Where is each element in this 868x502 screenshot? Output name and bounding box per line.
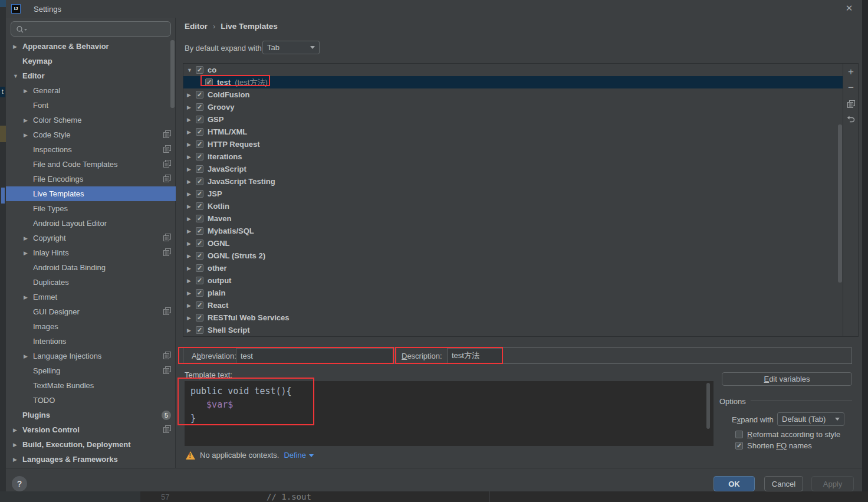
template-group-plain[interactable]: ▶plain xyxy=(183,287,843,299)
ok-button[interactable]: OK xyxy=(714,476,755,491)
chevron-collapsed-icon[interactable]: ▶ xyxy=(187,278,196,284)
chevron-expanded-icon[interactable]: ▼ xyxy=(13,73,22,79)
template-group-co[interactable]: ▼co xyxy=(183,64,843,76)
chevron-collapsed-icon[interactable]: ▶ xyxy=(187,253,196,259)
sidebar-item-textmate-bundles[interactable]: TextMate Bundles xyxy=(6,378,176,393)
editor-scrollbar-thumb[interactable] xyxy=(706,383,710,429)
chevron-collapsed-icon[interactable]: ▶ xyxy=(187,166,196,172)
add-icon[interactable]: + xyxy=(846,67,856,77)
template-group-gsp[interactable]: ▶GSP xyxy=(183,113,843,126)
sidebar-item-inspections[interactable]: Inspections xyxy=(6,142,176,157)
template-enabled-checkbox[interactable] xyxy=(196,178,203,185)
template-enabled-checkbox[interactable] xyxy=(196,252,203,260)
sidebar-item-plugins[interactable]: Plugins5 xyxy=(6,408,176,422)
template-enabled-checkbox[interactable] xyxy=(196,215,203,222)
shorten-fq-names-checkbox[interactable] xyxy=(735,442,743,449)
chevron-collapsed-icon[interactable]: ▶ xyxy=(187,129,196,135)
template-enabled-checkbox[interactable] xyxy=(196,140,203,148)
chevron-collapsed-icon[interactable]: ▶ xyxy=(24,250,33,256)
template-group-http-request[interactable]: ▶HTTP Request xyxy=(183,138,843,150)
sidebar-item-general[interactable]: ▶General xyxy=(6,83,176,98)
template-enabled-checkbox[interactable] xyxy=(196,116,203,123)
sidebar-item-gui-designer[interactable]: GUI Designer xyxy=(6,304,176,319)
template-group-html-xml[interactable]: ▶HTML/XML xyxy=(183,126,843,138)
chevron-collapsed-icon[interactable]: ▶ xyxy=(187,179,196,185)
settings-search-box[interactable] xyxy=(11,21,171,37)
sidebar-item-inlay-hints[interactable]: ▶Inlay Hints xyxy=(6,245,176,260)
template-group-react[interactable]: ▶React xyxy=(183,299,843,311)
sidebar-item-languages-frameworks[interactable]: ▶Languages & Frameworks xyxy=(6,452,176,467)
sidebar-item-file-encodings[interactable]: File Encodings xyxy=(6,172,176,186)
chevron-collapsed-icon[interactable]: ▶ xyxy=(24,88,33,94)
template-group-ognl-struts-2[interactable]: ▶OGNL (Struts 2) xyxy=(183,250,843,262)
sidebar-item-font[interactable]: Font xyxy=(6,98,176,113)
breadcrumb-editor[interactable]: Editor xyxy=(185,22,208,31)
template-enabled-checkbox[interactable] xyxy=(196,239,203,247)
chevron-collapsed-icon[interactable]: ▶ xyxy=(187,104,196,110)
template-group-javascript[interactable]: ▶JavaScript xyxy=(183,163,843,175)
template-enabled-checkbox[interactable] xyxy=(196,153,203,160)
sidebar-item-color-scheme[interactable]: ▶Color Scheme xyxy=(6,113,176,127)
sidebar-item-images[interactable]: Images xyxy=(6,319,176,334)
chevron-collapsed-icon[interactable]: ▶ xyxy=(24,117,33,123)
sidebar-item-code-style[interactable]: ▶Code Style xyxy=(6,127,176,142)
template-enabled-checkbox[interactable] xyxy=(196,66,203,74)
template-enabled-checkbox[interactable] xyxy=(196,165,203,173)
template-group-jsp[interactable]: ▶JSP xyxy=(183,188,843,200)
apply-button[interactable]: Apply xyxy=(811,476,854,491)
sidebar-item-intentions[interactable]: Intentions xyxy=(6,334,176,349)
sidebar-item-duplicates[interactable]: Duplicates xyxy=(6,275,176,290)
chevron-collapsed-icon[interactable]: ▶ xyxy=(13,44,22,50)
chevron-collapsed-icon[interactable]: ▶ xyxy=(187,117,196,123)
sidebar-item-appearance-behavior[interactable]: ▶Appearance & Behavior xyxy=(6,39,176,54)
edit-variables-button[interactable]: Edit variables xyxy=(722,372,852,386)
chevron-collapsed-icon[interactable]: ▶ xyxy=(13,427,22,433)
template-enabled-checkbox[interactable] xyxy=(196,128,203,136)
help-button[interactable]: ? xyxy=(12,476,27,491)
template-enabled-checkbox[interactable] xyxy=(196,190,203,198)
template-enabled-checkbox[interactable] xyxy=(196,227,203,235)
template-group-kotlin[interactable]: ▶Kotlin xyxy=(183,200,843,212)
revert-icon[interactable] xyxy=(846,114,856,125)
chevron-collapsed-icon[interactable]: ▶ xyxy=(187,142,196,147)
template-enabled-checkbox[interactable] xyxy=(196,202,203,210)
chevron-expanded-icon[interactable]: ▼ xyxy=(187,67,196,73)
default-expand-select[interactable]: Tab xyxy=(262,41,320,54)
sidebar-item-android-data-binding[interactable]: Android Data Binding xyxy=(6,260,176,275)
template-enabled-checkbox[interactable] xyxy=(196,289,203,297)
reformat-according-to-style-checkbox[interactable] xyxy=(735,431,743,438)
close-icon[interactable]: ✕ xyxy=(844,3,854,14)
template-enabled-checkbox[interactable] xyxy=(196,264,203,272)
sidebar-item-todo[interactable]: TODO xyxy=(6,393,176,408)
sidebar-item-file-and-code-templates[interactable]: File and Code Templates xyxy=(6,157,176,172)
sidebar-item-language-injections[interactable]: ▶Language Injections xyxy=(6,349,176,363)
template-group-mybatis-sql[interactable]: ▶Mybatis/SQL xyxy=(183,225,843,237)
template-group-ognl[interactable]: ▶OGNL xyxy=(183,237,843,250)
chevron-collapsed-icon[interactable]: ▶ xyxy=(24,353,33,359)
expand-with-select[interactable]: Default (Tab) xyxy=(777,412,844,426)
template-group-restful-web-services[interactable]: ▶RESTful Web Services xyxy=(183,311,843,324)
template-group-iterations[interactable]: ▶iterations xyxy=(183,150,843,163)
tree-scrollbar-thumb[interactable] xyxy=(838,124,842,283)
chevron-collapsed-icon[interactable]: ▶ xyxy=(187,265,196,271)
sidebar-item-emmet[interactable]: ▶Emmet xyxy=(6,290,176,304)
chevron-collapsed-icon[interactable]: ▶ xyxy=(187,216,196,222)
description-input[interactable] xyxy=(447,348,502,363)
chevron-collapsed-icon[interactable]: ▶ xyxy=(13,457,22,462)
chevron-collapsed-icon[interactable]: ▶ xyxy=(187,92,196,98)
chevron-collapsed-icon[interactable]: ▶ xyxy=(24,235,33,241)
cancel-button[interactable]: Cancel xyxy=(764,476,803,491)
remove-icon[interactable]: − xyxy=(846,83,856,93)
sidebar-item-copyright[interactable]: ▶Copyright xyxy=(6,231,176,245)
chevron-collapsed-icon[interactable]: ▶ xyxy=(187,241,196,247)
template-enabled-checkbox[interactable] xyxy=(196,301,203,309)
template-text-editor[interactable]: public void test(){ $var$} xyxy=(185,381,714,446)
template-group-coldfusion[interactable]: ▶ColdFusion xyxy=(183,88,843,101)
template-group-other[interactable]: ▶other xyxy=(183,262,843,274)
template-enabled-checkbox[interactable] xyxy=(196,326,203,334)
chevron-collapsed-icon[interactable]: ▶ xyxy=(24,132,33,138)
sidebar-item-keymap[interactable]: Keymap xyxy=(6,54,176,68)
template-enabled-checkbox[interactable] xyxy=(196,103,203,111)
sidebar-item-android-layout-editor[interactable]: Android Layout Editor xyxy=(6,216,176,231)
template-enabled-checkbox[interactable] xyxy=(196,277,203,284)
